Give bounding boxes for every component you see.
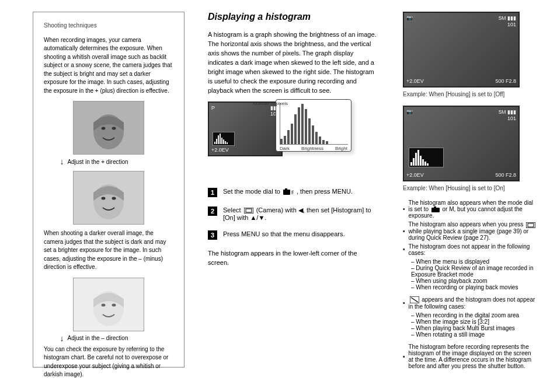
- osd-info: 5M ▮▮▮101: [499, 109, 516, 122]
- note-3-list: – When the menu is displayed – During Qu…: [403, 258, 537, 290]
- note4-item: – When playing back Multi Burst images: [411, 325, 537, 331]
- svg-rect-16: [246, 209, 252, 212]
- note-1: • The histogram also appears when the mo…: [403, 200, 537, 219]
- axis-y-label: Number of pixels: [253, 101, 288, 106]
- note-3-head: •The histogram does not appear in the fo…: [403, 243, 537, 256]
- axis-x-labels: Dark Brightness Bright: [280, 146, 347, 151]
- svg-rect-12: [283, 190, 290, 195]
- step-3-text: Press MENU so that the menu disappears.: [223, 230, 344, 237]
- step-1: 1 Set the mode dial to P , then press ME…: [208, 188, 377, 197]
- note3-item: – When the menu is displayed: [411, 258, 537, 265]
- note-5: •The histogram before recording represen…: [403, 344, 537, 369]
- note3-item: – During Quick Review of an image record…: [411, 265, 537, 278]
- osd-ev: +2.0EV: [211, 147, 229, 153]
- tips-panel: Shooting techniques When recording image…: [33, 12, 184, 368]
- step-3: 3 Press MENU so that the menu disappears…: [208, 230, 377, 240]
- tips-body-1: When recording images, your camera autom…: [44, 36, 173, 96]
- osd-cam-icon: 📷: [406, 15, 413, 21]
- histogram-graph: [280, 103, 348, 145]
- label-minus: Adjust in the – direction: [68, 335, 128, 341]
- osd-ev: +2.0EV: [406, 78, 424, 84]
- lcd-example-on: 📷 5M ▮▮▮101 +2.0EV 500 F2.8: [403, 106, 520, 181]
- section-heading: Displaying a histogram: [208, 12, 377, 22]
- arrow-minus: ↓ Adjust in the – direction: [59, 334, 129, 343]
- histogram-popup: Number of pixels Dark Brightness Bright: [276, 99, 351, 152]
- histogram-overlay: [409, 148, 444, 167]
- axis-dark: Dark: [280, 146, 290, 151]
- label-plus: Adjust in the + direction: [67, 159, 128, 165]
- note4-item: – When the image size is [3:2]: [411, 318, 537, 325]
- svg-text:P: P: [291, 190, 294, 195]
- axis-bright: Bright: [335, 146, 347, 151]
- face-illustration-1: [74, 102, 144, 154]
- osd-ev: +2.0EV: [406, 172, 424, 178]
- lcd-example-off: 📷 5M ▮▮▮101 +2.0EV 500 F2.8: [403, 12, 520, 88]
- osd-info: 5M ▮▮▮101: [499, 15, 516, 28]
- histogram-thumbnail: [213, 132, 235, 146]
- axis-x: Brightness: [301, 146, 323, 151]
- histogram-off-icon: [410, 296, 419, 303]
- caption-on: Example: When [Housing] is set to [On]: [403, 185, 537, 191]
- histogram-diagram: P ▮▮▮101 +2.0EV Number of pixels Dark Br…: [208, 102, 360, 183]
- face-illustration-2: [74, 172, 144, 224]
- camera-p-icon: P: [283, 188, 294, 195]
- osd-exp: 500 F2.8: [495, 78, 516, 84]
- tips-footer: You can check the exposure by referring …: [44, 345, 173, 379]
- svg-point-6: [102, 197, 106, 200]
- down-arrow-icon: ↓: [60, 157, 64, 166]
- main-column: Displaying a histogram A histogram is a …: [208, 12, 377, 273]
- step-2: 2 Select (Camera) with ◀, then set [Hist…: [208, 206, 377, 221]
- note4-item: – When recording in the digital zoom are…: [411, 312, 537, 318]
- sample-image-normal: [73, 171, 144, 225]
- osd-cam-icon: 📷: [406, 109, 413, 115]
- manual-page: Shooting techniques When recording image…: [0, 0, 557, 392]
- osd-mode: P: [211, 105, 215, 111]
- step-4-text: The histogram appears in the lower-left …: [208, 249, 377, 268]
- step-number-2: 2: [208, 206, 217, 216]
- camera-icon: [431, 206, 440, 212]
- screen-icon: [526, 222, 535, 228]
- tips-title: Shooting techniques: [44, 22, 173, 30]
- svg-rect-17: [431, 208, 440, 212]
- sample-image-bright: [73, 278, 144, 331]
- svg-point-7: [112, 197, 116, 200]
- svg-point-2: [102, 127, 106, 130]
- note-4-head: • appears and the histogram does not app…: [403, 296, 537, 310]
- note3-item: – When using playback zoom: [411, 278, 537, 284]
- screen-icon: [244, 208, 253, 214]
- svg-rect-18: [434, 206, 436, 208]
- caption-off: Example: When [Housing] is set to [Off]: [403, 91, 537, 97]
- svg-point-11: [112, 303, 116, 306]
- lcd-preview: P ▮▮▮101 +2.0EV: [208, 102, 283, 156]
- step-1-text: Set the mode dial to P , then press MENU…: [223, 188, 353, 195]
- down-arrow-icon: ↓: [60, 334, 64, 343]
- osd-exp: 500 F2.8: [495, 172, 516, 178]
- arrow-plus: ↓ Adjust in the + direction: [59, 157, 129, 166]
- svg-point-3: [112, 127, 116, 130]
- tips-body-2: When shooting a darker overall image, th…: [44, 229, 173, 272]
- step-number-3: 3: [208, 230, 217, 240]
- note4-item: – When rotating a still image: [411, 331, 537, 338]
- note3-item: – When recording or playing back movies: [411, 284, 537, 290]
- svg-rect-13: [285, 188, 287, 190]
- note-4-list: – When recording in the digital zoom are…: [403, 312, 537, 338]
- step-number-1: 1: [208, 188, 217, 197]
- intro-text: A histogram is a graph showing the brigh…: [208, 30, 377, 96]
- face-illustration-3: [74, 278, 144, 331]
- note-2: • The histogram also appears when you pr…: [403, 221, 537, 240]
- svg-point-10: [102, 303, 106, 306]
- svg-rect-20: [528, 223, 534, 227]
- sample-image-dark: [73, 101, 144, 155]
- svg-line-22: [411, 298, 418, 302]
- step-2-text: Select (Camera) with ◀, then set [Histog…: [223, 206, 377, 221]
- notes-column: 📷 5M ▮▮▮101 +2.0EV 500 F2.8 Example: Whe…: [403, 12, 537, 372]
